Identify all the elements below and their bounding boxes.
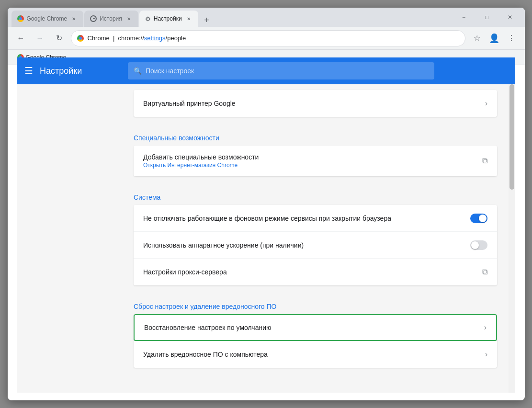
- search-placeholder-text: Поиск настроек: [146, 67, 194, 75]
- navigation-bar: ← → ↻ Chrome | chrome://settings/people …: [8, 27, 525, 50]
- background-services-label: Не отключать работающие в фоновом режиме…: [143, 215, 470, 222]
- url-display: Chrome | chrome://settings/people: [88, 34, 459, 42]
- forward-button[interactable]: →: [33, 31, 48, 46]
- minimize-button[interactable]: −: [453, 10, 475, 24]
- reload-button[interactable]: ↻: [52, 31, 67, 46]
- accessibility-heading: Специальные возможности: [134, 125, 497, 146]
- add-accessibility-label: Добавить специальные возможности: [143, 153, 482, 161]
- new-tab-button[interactable]: +: [200, 13, 214, 27]
- hardware-acceleration-label: Использовать аппаратное ускорение (при н…: [143, 241, 470, 249]
- toggle-knob-bg: [479, 215, 487, 222]
- virtual-printer-label: Виртуальный принтер Google: [143, 100, 485, 107]
- chrome-favicon-tab1: [17, 15, 24, 22]
- tab-title-2: История: [100, 15, 122, 22]
- browser-content: ☰ Настройки 🔍 Поиск настроек Виртуальный…: [8, 65, 525, 400]
- remove-malware-label: Удалить вредоносное ПО с компьютера: [143, 351, 485, 358]
- reset-heading: Сброс настроек и удаление вредоносного П…: [134, 293, 497, 314]
- settings-sidebar: [17, 84, 122, 393]
- proxy-settings-label: Настройки прокси-сервера: [143, 268, 482, 276]
- virtual-printer-item[interactable]: Виртуальный принтер Google ›: [134, 90, 497, 117]
- settings-sidebar-title: Настройки: [40, 66, 82, 76]
- tab-close-2[interactable]: ✕: [125, 15, 133, 23]
- search-icon: 🔍: [134, 67, 142, 75]
- tab-history[interactable]: История ✕: [84, 11, 138, 27]
- toggle-knob-hw: [471, 241, 479, 249]
- hardware-acceleration-item[interactable]: Использовать аппаратное ускорение (при н…: [134, 232, 497, 259]
- settings-main-panel: Виртуальный принтер Google › Специальные…: [122, 84, 509, 393]
- system-card: Не отключать работающие в фоновом режиме…: [134, 205, 497, 285]
- bookmark-icon[interactable]: ☆: [469, 31, 485, 46]
- virtual-printer-chevron: ›: [485, 99, 487, 108]
- accessibility-card: Добавить специальные возможности Открыть…: [134, 146, 497, 176]
- accessibility-external-icon: ⧉: [482, 157, 487, 165]
- system-heading: Система: [134, 184, 497, 205]
- title-bar: Google Chrome ✕ История ✕ ⚙ Настройки ✕ …: [8, 8, 525, 27]
- tabs-area: Google Chrome ✕ История ✕ ⚙ Настройки ✕ …: [11, 8, 449, 27]
- restore-defaults-chevron: ›: [484, 323, 487, 332]
- site-secure-icon: [77, 35, 84, 42]
- open-webstore-label: Открыть Интернет-магазин Chrome: [143, 162, 482, 169]
- nav-right-icons: ☆ 👤 ⋮: [469, 31, 519, 46]
- history-favicon-tab2: [90, 15, 97, 22]
- tab-google-chrome[interactable]: Google Chrome ✕: [11, 11, 84, 27]
- tab-close-1[interactable]: ✕: [70, 15, 78, 23]
- close-button[interactable]: ✕: [499, 10, 521, 24]
- hamburger-icon[interactable]: ☰: [24, 65, 33, 77]
- menu-button[interactable]: ⋮: [504, 31, 519, 46]
- tab-title-3: Настройки: [154, 15, 182, 22]
- profile-icon[interactable]: 👤: [487, 31, 502, 46]
- restore-defaults-label: Восстановление настроек по умолчанию: [144, 324, 484, 331]
- address-bar[interactable]: Chrome | chrome://settings/people: [71, 30, 465, 46]
- proxy-settings-item[interactable]: Настройки прокси-сервера ⧉: [134, 259, 497, 285]
- settings-content-area: Виртуальный принтер Google › Специальные…: [17, 84, 515, 393]
- background-services-item[interactable]: Не отключать работающие в фоновом режиме…: [134, 205, 497, 232]
- maximize-button[interactable]: □: [476, 10, 498, 24]
- reset-card: Восстановление настроек по умолчанию › У…: [134, 314, 497, 368]
- browser-window: Google Chrome ✕ История ✕ ⚙ Настройки ✕ …: [8, 8, 525, 400]
- window-controls: − □ ✕: [453, 10, 521, 24]
- settings-search-box[interactable]: 🔍 Поиск настроек: [128, 65, 434, 79]
- remove-malware-item[interactable]: Удалить вредоносное ПО с компьютера ›: [134, 341, 497, 368]
- add-accessibility-item[interactable]: Добавить специальные возможности Открыть…: [134, 146, 497, 176]
- proxy-external-icon: ⧉: [482, 268, 487, 276]
- restore-defaults-item[interactable]: Восстановление настроек по умолчанию ›: [134, 314, 497, 341]
- scrollbar-thumb[interactable]: [509, 84, 514, 190]
- settings-top-bar: ☰ Настройки 🔍 Поиск настроек: [17, 65, 515, 84]
- back-button[interactable]: ←: [13, 31, 29, 46]
- remove-malware-chevron: ›: [485, 350, 487, 359]
- tab-title-1: Google Chrome: [27, 15, 68, 22]
- background-services-toggle[interactable]: [470, 214, 487, 223]
- scrollbar[interactable]: [509, 84, 515, 393]
- gear-favicon-tab3: ⚙: [145, 15, 151, 23]
- hardware-acceleration-toggle[interactable]: [470, 240, 487, 250]
- virtual-printer-card: Виртуальный принтер Google ›: [134, 90, 497, 117]
- tab-settings[interactable]: ⚙ Настройки ✕: [139, 11, 198, 27]
- tab-close-3[interactable]: ✕: [185, 15, 192, 23]
